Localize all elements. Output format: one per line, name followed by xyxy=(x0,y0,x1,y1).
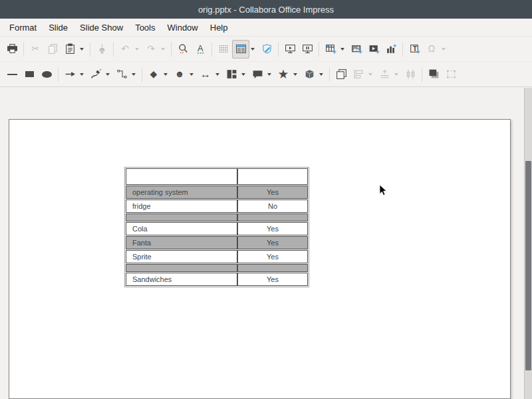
toolbar-separator xyxy=(422,67,422,82)
insert-table-icon xyxy=(325,43,336,55)
basic-shapes-button[interactable]: ◆ xyxy=(145,65,162,84)
paste-button[interactable] xyxy=(61,40,78,59)
undo-icon: ↶ xyxy=(121,43,129,55)
shadow-button[interactable] xyxy=(425,65,442,84)
paste-dropdown-arrow[interactable] xyxy=(80,48,84,51)
basic-shapes-dropdown-arrow[interactable] xyxy=(164,73,168,76)
table-cell-label[interactable] xyxy=(126,214,237,221)
table-row[interactable]: FantaYes xyxy=(126,236,308,249)
workspace[interactable]: operating systemYesfridgeNoColaYesFantaY… xyxy=(0,88,532,399)
insert-textbox-button[interactable]: T xyxy=(406,40,423,59)
cut-icon: ✂ xyxy=(31,43,39,55)
vertical-scrollbar-thumb[interactable] xyxy=(525,161,531,370)
curves-polygons-button[interactable] xyxy=(87,65,104,84)
menu-help[interactable]: Help xyxy=(204,20,234,35)
table-row[interactable]: operating systemYes xyxy=(126,186,308,199)
table-cell-label[interactable] xyxy=(126,265,237,271)
insert-table-button[interactable] xyxy=(322,40,339,59)
table-cell-label[interactable]: Cola xyxy=(126,223,237,235)
table-row[interactable]: fridgeNo xyxy=(126,200,308,213)
connectors-button[interactable] xyxy=(113,65,130,84)
symbol-shapes-dropdown-arrow[interactable] xyxy=(190,73,194,76)
flowchart-icon xyxy=(226,68,237,80)
lines-arrows-dropdown-arrow[interactable] xyxy=(80,73,84,76)
table-cell-label[interactable]: operating system xyxy=(126,186,237,198)
3d-objects-dropdown-arrow[interactable] xyxy=(319,73,323,76)
table-cell-label[interactable]: Sandwiches xyxy=(126,273,237,285)
table-cell-label[interactable] xyxy=(126,169,237,184)
table-row[interactable] xyxy=(126,213,308,221)
menu-slide-show[interactable]: Slide Show xyxy=(74,20,129,35)
vertical-scrollbar[interactable] xyxy=(524,88,532,399)
insert-image-button[interactable] xyxy=(348,40,365,59)
toolbar-separator xyxy=(58,67,59,82)
flowchart-dropdown-arrow[interactable] xyxy=(241,73,245,76)
find-replace-button[interactable] xyxy=(174,40,192,59)
3d-objects-button[interactable] xyxy=(301,65,318,84)
flowchart-button[interactable] xyxy=(223,65,240,84)
table-cell-value[interactable]: Yes xyxy=(238,223,307,235)
block-arrows-dropdown-arrow[interactable] xyxy=(215,73,219,76)
table-row[interactable] xyxy=(126,168,308,185)
toolbar-separator xyxy=(171,42,172,57)
edit-mode-button[interactable] xyxy=(258,40,275,59)
align-objects-icon xyxy=(353,68,364,80)
table-cell-value[interactable]: Yes xyxy=(238,237,307,249)
print-icon xyxy=(7,43,18,55)
table-row[interactable] xyxy=(126,264,308,272)
slide-table[interactable]: operating systemYesfridgeNoColaYesFantaY… xyxy=(124,167,309,287)
table-cell-label[interactable]: fridge xyxy=(126,200,237,212)
display-views-dropdown-arrow[interactable] xyxy=(251,48,255,51)
start-from-first-slide-button[interactable] xyxy=(281,40,299,59)
table-row[interactable]: SpriteYes xyxy=(126,250,308,263)
table-cell-label[interactable]: Sprite xyxy=(126,251,237,263)
rotate-button[interactable] xyxy=(332,65,350,84)
table-cell-value[interactable]: Yes xyxy=(238,251,307,263)
menu-slide[interactable]: Slide xyxy=(43,20,74,35)
connectors-dropdown-arrow[interactable] xyxy=(132,73,136,76)
block-arrows-button[interactable]: ↔ xyxy=(197,65,214,84)
align-objects-dropdown-arrow xyxy=(368,73,372,76)
toolbar-separator xyxy=(402,42,403,57)
character-button[interactable]: A xyxy=(192,40,209,59)
callout-shapes-dropdown-arrow[interactable] xyxy=(267,73,271,76)
symbol-shapes-icon: ☻ xyxy=(175,68,185,80)
lines-arrows-button[interactable] xyxy=(61,65,78,84)
slide-canvas[interactable]: operating systemYesfridgeNoColaYesFantaY… xyxy=(9,119,511,399)
curves-polygons-dropdown-arrow[interactable] xyxy=(106,73,110,76)
display-grid-button[interactable] xyxy=(215,40,232,59)
paste-icon xyxy=(65,43,76,55)
table-cell-value[interactable] xyxy=(238,265,307,271)
table-row[interactable]: ColaYes xyxy=(126,222,308,235)
points-icon xyxy=(446,68,457,80)
stars-banners-button[interactable]: ★ xyxy=(275,65,292,84)
table-cell-value[interactable]: Yes xyxy=(238,186,307,198)
toolbar-separator xyxy=(329,67,330,82)
table-cell-value[interactable]: Yes xyxy=(238,273,307,285)
display-views-button[interactable] xyxy=(232,40,249,59)
table-row[interactable]: SandwichesYes xyxy=(126,273,308,286)
character-icon: A xyxy=(195,43,206,55)
copy-icon xyxy=(47,43,59,55)
table-cell-label[interactable]: Fanta xyxy=(126,237,237,249)
special-character-icon: Ω xyxy=(428,43,435,55)
menu-window[interactable]: Window xyxy=(162,20,204,35)
menu-format[interactable]: Format xyxy=(3,20,43,35)
rectangle-button[interactable] xyxy=(21,65,38,84)
menu-tools[interactable]: Tools xyxy=(129,20,161,35)
callout-shapes-button[interactable] xyxy=(249,65,266,84)
presenter-console-button[interactable] xyxy=(299,40,316,59)
copy-button xyxy=(44,40,61,59)
symbol-shapes-button[interactable]: ☻ xyxy=(171,65,188,84)
table-cell-value[interactable] xyxy=(238,169,307,184)
insert-chart-button[interactable] xyxy=(382,40,400,59)
display-grid-icon xyxy=(218,43,229,55)
ellipse-button[interactable] xyxy=(38,65,55,84)
insert-table-dropdown-arrow[interactable] xyxy=(340,48,344,51)
table-cell-value[interactable]: No xyxy=(238,200,307,212)
print-button[interactable] xyxy=(3,40,21,59)
stars-banners-dropdown-arrow[interactable] xyxy=(293,73,297,76)
table-cell-value[interactable] xyxy=(238,214,307,221)
insert-media-button[interactable] xyxy=(365,40,382,59)
insert-line-button[interactable] xyxy=(3,65,21,84)
